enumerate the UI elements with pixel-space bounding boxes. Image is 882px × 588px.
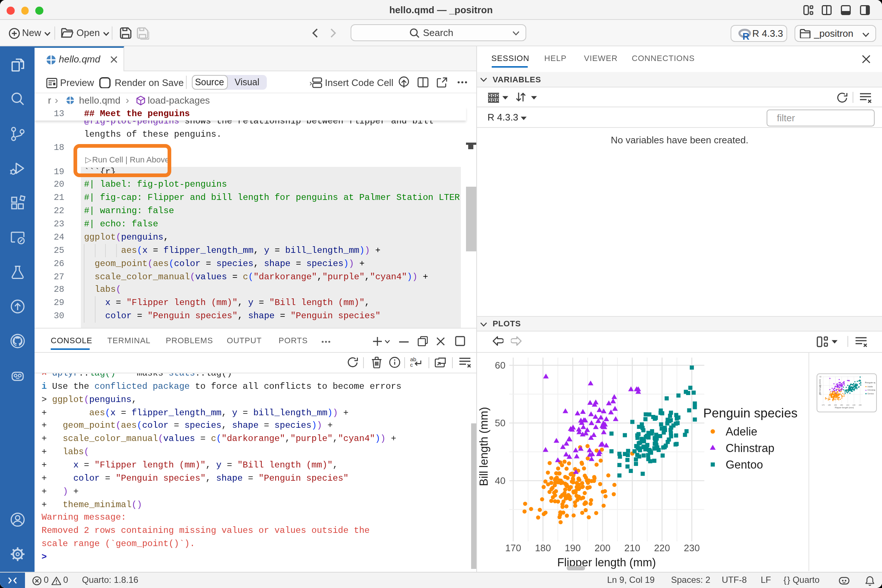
svg-text:Gentoo: Gentoo: [867, 392, 874, 394]
svg-text:Flipper length (mm): Flipper length (mm): [835, 406, 854, 408]
svg-text:50: 50: [495, 417, 506, 428]
svg-text:Penguin species: Penguin species: [865, 381, 875, 383]
svg-text:Gentoo: Gentoo: [726, 458, 763, 471]
svg-text:200: 200: [840, 404, 843, 406]
svg-text:180: 180: [535, 542, 551, 553]
svg-text:40: 40: [495, 475, 506, 486]
svg-text:c: c: [410, 362, 413, 368]
svg-text:Bill length (mm): Bill length (mm): [818, 378, 820, 394]
svg-text:210: 210: [846, 404, 849, 406]
svg-text:Chinstrap: Chinstrap: [726, 441, 775, 454]
svg-text:180: 180: [828, 404, 831, 406]
svg-text:170: 170: [822, 404, 825, 406]
svg-text:Chinstrap: Chinstrap: [867, 388, 875, 391]
svg-text:190: 190: [834, 404, 837, 406]
svg-text:190: 190: [565, 542, 580, 553]
svg-text:60: 60: [495, 359, 506, 370]
svg-text:Adelie: Adelie: [867, 385, 873, 387]
svg-text:Bill length (mm): Bill length (mm): [477, 406, 490, 486]
svg-text:170: 170: [506, 542, 521, 553]
svg-text:220: 220: [852, 404, 855, 406]
svg-text:200: 200: [595, 542, 610, 553]
svg-text:Penguin species: Penguin species: [704, 405, 798, 420]
svg-text:210: 210: [624, 542, 640, 553]
svg-text:230: 230: [684, 542, 700, 553]
svg-text:R: R: [742, 30, 749, 42]
svg-text:60: 60: [819, 376, 821, 377]
svg-text:220: 220: [654, 542, 670, 553]
svg-text:230: 230: [858, 404, 861, 406]
svg-text:Adelie: Adelie: [726, 425, 758, 438]
